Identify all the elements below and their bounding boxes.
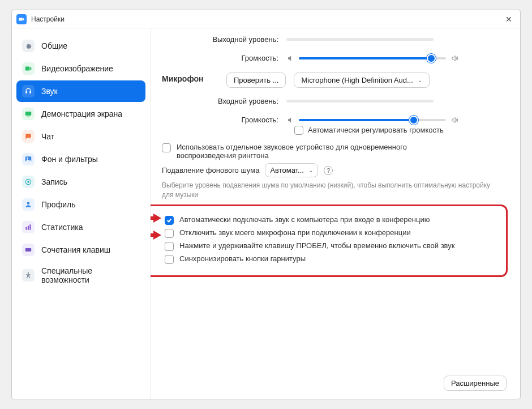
space-unmute-label: Нажмите и удерживайте клавишу ПРОБЕЛ, чт…: [179, 241, 454, 250]
sync-headset-label: Синхронизировать кнопки гарнитуры: [179, 254, 306, 263]
annotation-arrow-1: [151, 213, 161, 223]
auto-adjust-label: Автоматически регулировать громкость: [308, 126, 444, 134]
chevron-down-icon: ⌄: [308, 167, 313, 173]
share-screen-icon: [22, 108, 35, 120]
sidebar-item-accessibility[interactable]: Специальные возможности: [16, 262, 145, 289]
sidebar-item-audio[interactable]: Звук: [16, 80, 145, 102]
input-level-meter: [286, 100, 434, 103]
auto-join-audio-checkbox[interactable]: [165, 216, 174, 225]
close-button[interactable]: ✕: [502, 12, 516, 26]
stats-icon: [22, 221, 35, 233]
mic-volume-row: Громкость:: [162, 116, 503, 124]
sidebar-item-label: Видеоизображение: [41, 64, 113, 73]
zoom-app-icon: [16, 14, 27, 24]
auto-join-audio-label: Автоматически подключать звук с компьюте…: [179, 215, 430, 224]
mute-mic-row: Отключить звук моего микрофона при подкл…: [165, 228, 498, 238]
sidebar-item-label: Сочетания клавиш: [41, 245, 110, 254]
sidebar-item-label: Звук: [41, 87, 58, 96]
input-level-row: Входной уровень:: [162, 97, 503, 105]
speaker-volume-slider[interactable]: [299, 57, 446, 59]
gear-icon: [22, 40, 35, 52]
sidebar-item-video[interactable]: Видеоизображение: [16, 58, 145, 79]
keyboard-icon: [22, 244, 35, 256]
output-level-label: Выходной уровень:: [162, 35, 286, 44]
svg-point-5: [27, 202, 30, 204]
svg-point-10: [28, 272, 29, 274]
window-body: Общие Видеоизображение Звук Демонстрация…: [12, 28, 520, 399]
mic-section-row: Микрофон Проверить ... Microphone (High …: [162, 73, 503, 88]
output-level-row: Выходной уровень:: [162, 35, 503, 44]
help-icon[interactable]: ?: [324, 166, 333, 175]
mute-mic-checkbox[interactable]: [165, 229, 174, 238]
output-level-meter: [286, 38, 434, 41]
volume-high-icon: [451, 54, 458, 62]
svg-rect-0: [25, 112, 32, 116]
svg-point-4: [27, 181, 29, 183]
sidebar-item-label: Чат: [41, 132, 54, 141]
noise-suppression-row: Подавление фонового шума Автомат...⌄ ?: [162, 163, 503, 177]
sync-headset-row: Синхронизировать кнопки гарнитуры: [165, 254, 498, 264]
footer: Расширенные: [444, 376, 507, 391]
sidebar: Общие Видеоизображение Звук Демонстрация…: [12, 28, 151, 399]
titlebar: Настройки ✕: [12, 10, 520, 28]
speaker-volume-row: Громкость:: [162, 54, 503, 62]
settings-window: Настройки ✕ Общие Видеоизображение Звук …: [11, 10, 521, 399]
sidebar-item-label: Статистика: [41, 223, 83, 232]
sidebar-item-label: Запись: [41, 177, 67, 186]
chat-icon: [22, 130, 35, 143]
svg-rect-7: [28, 226, 29, 230]
sidebar-item-chat[interactable]: Чат: [16, 126, 145, 147]
background-icon: [22, 153, 35, 165]
advanced-button[interactable]: Расширенные: [444, 376, 507, 391]
auto-adjust-checkbox[interactable]: [294, 126, 303, 135]
annotation-arrow-2: [151, 230, 161, 240]
noise-level-dropdown[interactable]: Автомат...⌄: [265, 163, 318, 177]
sidebar-item-label: Демонстрация экрана: [41, 109, 122, 118]
sidebar-item-label: Профиль: [41, 200, 75, 209]
sidebar-item-label: Общие: [41, 41, 67, 50]
headphones-icon: [22, 85, 35, 97]
separate-device-row: Использовать отдельное звуковое устройст…: [162, 143, 503, 160]
noise-label: Подавление фонового шума: [162, 166, 259, 174]
separate-device-label: Использовать отдельное звуковое устройст…: [177, 143, 420, 160]
profile-icon: [22, 198, 35, 211]
sidebar-item-recording[interactable]: Запись: [16, 171, 145, 193]
noise-hint: Выберите уровень подавления шума по умол…: [162, 181, 503, 200]
sidebar-item-statistics[interactable]: Статистика: [16, 216, 145, 238]
annotation-highlight-box: Автоматически подключать звук с компьюте…: [151, 204, 508, 277]
sidebar-item-general[interactable]: Общие: [16, 35, 145, 57]
mic-device-dropdown[interactable]: Microphone (High Definition Aud...⌄: [294, 73, 430, 88]
sidebar-item-background[interactable]: Фон и фильтры: [16, 148, 145, 170]
sidebar-item-profile[interactable]: Профиль: [16, 194, 145, 215]
svg-point-2: [27, 157, 28, 159]
chevron-down-icon: ⌄: [418, 77, 422, 83]
volume-low-icon: [286, 116, 294, 124]
accessibility-icon: [22, 269, 35, 282]
content-panel: Выходной уровень: Громкость: Микрофон Пр…: [151, 28, 520, 399]
svg-rect-6: [25, 227, 27, 230]
mic-volume-label: Громкость:: [162, 116, 286, 124]
record-icon: [22, 176, 35, 188]
mute-mic-label: Отключить звук моего микрофона при подкл…: [179, 228, 411, 237]
sidebar-item-label: Фон и фильтры: [41, 155, 98, 164]
speaker-volume-label: Громкость:: [162, 54, 286, 62]
video-icon: [22, 62, 35, 75]
mic-section-header: Микрофон: [162, 74, 218, 83]
window-title: Настройки: [31, 15, 502, 23]
space-unmute-checkbox[interactable]: [165, 242, 174, 251]
volume-low-icon: [286, 54, 294, 62]
mic-volume-slider[interactable]: [299, 119, 446, 121]
sidebar-item-label: Специальные возможности: [41, 266, 140, 284]
svg-rect-9: [25, 248, 32, 252]
sidebar-item-shortcuts[interactable]: Сочетания клавиш: [16, 239, 145, 261]
input-level-label: Входной уровень:: [162, 97, 286, 105]
sidebar-item-share[interactable]: Демонстрация экрана: [16, 103, 145, 125]
auto-adjust-row: Автоматически регулировать громкость: [294, 125, 503, 135]
test-mic-button[interactable]: Проверить ...: [226, 73, 286, 88]
separate-device-checkbox[interactable]: [162, 143, 171, 152]
space-unmute-row: Нажмите и удерживайте клавишу ПРОБЕЛ, чт…: [165, 241, 498, 251]
svg-rect-8: [29, 224, 31, 229]
auto-join-audio-row: Автоматически подключать звук с компьюте…: [165, 215, 498, 225]
sync-headset-checkbox[interactable]: [165, 255, 174, 264]
volume-high-icon: [451, 116, 458, 124]
